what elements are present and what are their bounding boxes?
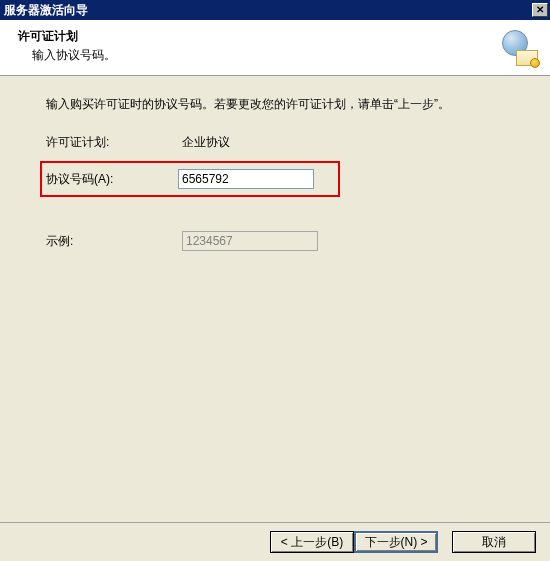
agreement-number-input[interactable] (178, 169, 314, 189)
example-value (182, 231, 318, 251)
agreement-number-label: 协议号码(A): (46, 171, 178, 188)
back-button[interactable]: < 上一步(B) (270, 531, 354, 553)
example-row: 示例: (46, 231, 522, 251)
wizard-footer: < 上一步(B) 下一步(N) > 取消 (0, 522, 550, 561)
instruction-text: 输入购买许可证时的协议号码。若要更改您的许可证计划，请单击“上一步”。 (46, 94, 522, 114)
titlebar: 服务器激活向导 ✕ (0, 0, 550, 20)
cancel-button[interactable]: 取消 (452, 531, 536, 553)
next-button[interactable]: 下一步(N) > (354, 531, 438, 553)
window-title: 服务器激活向导 (4, 2, 88, 19)
license-icon (502, 30, 538, 66)
page-subtitle: 输入协议号码。 (18, 47, 116, 64)
license-plan-row: 许可证计划: 企业协议 (46, 134, 522, 151)
wizard-header-text: 许可证计划 输入协议号码。 (18, 28, 116, 69)
close-icon[interactable]: ✕ (532, 3, 548, 17)
wizard-content: 输入购买许可证时的协议号码。若要更改您的许可证计划，请单击“上一步”。 许可证计… (0, 76, 550, 522)
example-label: 示例: (46, 233, 182, 250)
agreement-number-row: 协议号码(A): (40, 161, 340, 197)
license-plan-label: 许可证计划: (46, 134, 182, 151)
wizard-header: 许可证计划 输入协议号码。 (0, 20, 550, 76)
license-plan-value: 企业协议 (182, 134, 230, 151)
page-title: 许可证计划 (18, 28, 116, 45)
